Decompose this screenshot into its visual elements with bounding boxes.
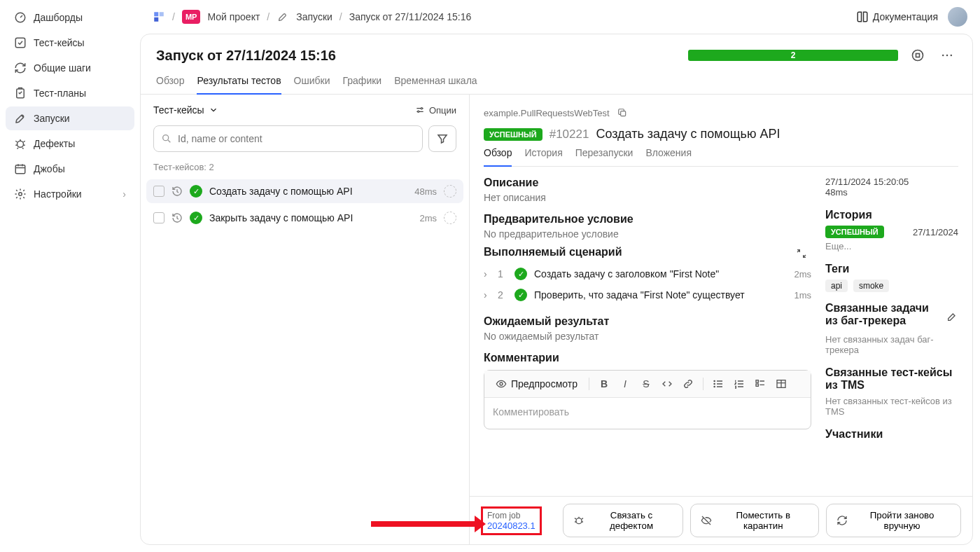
more-button[interactable] bbox=[937, 46, 957, 65]
tags-heading: Теги bbox=[825, 263, 958, 275]
step-number: 2 bbox=[498, 289, 507, 301]
step-duration: 1ms bbox=[794, 290, 811, 301]
checklist-button[interactable] bbox=[751, 375, 769, 393]
sidebar: Дашборды Тест-кейсы Общие шаги Тест-план… bbox=[0, 0, 140, 552]
stop-button[interactable] bbox=[908, 46, 927, 65]
step-name: Проверить, что задача "First Note" сущес… bbox=[534, 289, 787, 301]
comment-editor: Предпросмотр B I S bbox=[484, 370, 811, 429]
detail-tabs: Обзор История Перезапуски Вложения bbox=[484, 147, 958, 167]
detail-tab-history[interactable]: История bbox=[524, 147, 562, 166]
tag[interactable]: smoke bbox=[853, 280, 889, 292]
link-button[interactable] bbox=[679, 375, 697, 393]
svg-rect-1 bbox=[15, 38, 25, 48]
code-button[interactable] bbox=[658, 375, 676, 393]
link-defect-button[interactable]: Связать с дефектом bbox=[563, 504, 684, 537]
svg-rect-4 bbox=[15, 165, 25, 174]
bugs-empty: Нет связанных задач баг-трекера bbox=[825, 334, 958, 355]
comments-heading: Комментарии bbox=[484, 352, 811, 364]
history-heading: История bbox=[825, 209, 958, 221]
tab-overview[interactable]: Обзор bbox=[156, 75, 184, 94]
history-more-link[interactable]: Еще... bbox=[825, 241, 958, 251]
scenario-heading: Выполняемый сценарий bbox=[484, 246, 622, 258]
project-badge[interactable]: MP bbox=[182, 10, 201, 24]
sidebar-item-settings[interactable]: Настройки › bbox=[6, 182, 134, 206]
step-row[interactable]: › 1 ✓ Создать задачу с заголовком "First… bbox=[484, 263, 811, 284]
edit-button[interactable] bbox=[946, 307, 958, 326]
assignment-icon[interactable] bbox=[444, 212, 456, 224]
svg-rect-23 bbox=[756, 384, 758, 386]
sidebar-item-runs[interactable]: Запуски bbox=[6, 106, 134, 130]
sidebar-item-jobs[interactable]: Джобы bbox=[6, 157, 134, 181]
expected-heading: Ожидаемый результат bbox=[484, 315, 811, 328]
job-link[interactable]: 20240823.1 bbox=[487, 520, 536, 531]
filter-button[interactable] bbox=[428, 125, 456, 152]
testcase-name: Создать задачу с помощью API bbox=[209, 186, 407, 197]
comment-textarea[interactable]: Комментировать bbox=[484, 398, 811, 429]
tab-errors[interactable]: Ошибки bbox=[294, 75, 330, 94]
search-input-wrapper[interactable] bbox=[153, 125, 423, 152]
testcase-row[interactable]: ✓ Закрыть задачу с помощью API 2ms bbox=[146, 206, 463, 230]
chevron-right-icon: › bbox=[122, 188, 126, 200]
package-path: example.PullRequestsWebTest bbox=[484, 108, 610, 118]
app-logo-icon[interactable] bbox=[153, 11, 165, 23]
svg-point-3 bbox=[18, 141, 24, 147]
chevron-down-icon bbox=[209, 105, 218, 115]
bug-icon bbox=[14, 137, 27, 150]
status-badge: УСПЕШНЫЙ bbox=[484, 128, 542, 141]
precondition-heading: Предварительное условие bbox=[484, 213, 811, 226]
svg-point-11 bbox=[942, 55, 944, 57]
sidebar-item-testplans[interactable]: Тест-планы bbox=[6, 81, 134, 105]
tab-timeline[interactable]: Временная шкала bbox=[394, 75, 477, 94]
run-title: Запуск от 27/11/2024 15:16 bbox=[156, 48, 336, 64]
avatar[interactable] bbox=[948, 7, 967, 27]
tab-charts[interactable]: Графики bbox=[343, 75, 382, 94]
rerun-button[interactable]: Пройти заново вручную bbox=[826, 504, 961, 537]
sidebar-item-testcases[interactable]: Тест-кейсы bbox=[6, 31, 134, 55]
sidebar-item-shared-steps[interactable]: Общие шаги bbox=[6, 56, 134, 80]
ol-button[interactable] bbox=[730, 375, 748, 393]
step-row[interactable]: › 2 ✓ Проверить, что задача "First Note"… bbox=[484, 284, 811, 305]
checkbox[interactable] bbox=[153, 186, 164, 197]
description-body: Нет описания bbox=[484, 192, 811, 203]
meta-duration: 48ms bbox=[825, 187, 958, 198]
clipboard-icon bbox=[14, 87, 27, 99]
search-input[interactable] bbox=[178, 133, 415, 144]
table-button[interactable] bbox=[772, 375, 790, 393]
testcase-row[interactable]: ✓ Создать задачу с помощью API 48ms bbox=[146, 179, 463, 203]
docs-link[interactable]: Документация bbox=[856, 11, 938, 23]
svg-point-15 bbox=[417, 111, 419, 112]
sidebar-item-dashboards[interactable]: Дашборды bbox=[6, 6, 134, 29]
sidebar-item-label: Настройки bbox=[34, 188, 82, 200]
strike-button[interactable]: S bbox=[637, 375, 655, 393]
detail-tab-overview[interactable]: Обзор bbox=[484, 147, 512, 167]
sidebar-item-label: Джобы bbox=[34, 163, 65, 174]
detail-tab-retries[interactable]: Перезапуски bbox=[575, 147, 634, 166]
options-button[interactable]: Опции bbox=[415, 105, 456, 116]
svg-point-25 bbox=[576, 518, 582, 524]
checkbox[interactable] bbox=[153, 212, 164, 223]
tag[interactable]: api bbox=[825, 280, 848, 292]
detail-footer: From job 20240823.1 Связать с дефектом П… bbox=[470, 496, 972, 544]
sidebar-item-defects[interactable]: Дефекты bbox=[6, 132, 134, 156]
breadcrumb-section[interactable]: Запуски bbox=[296, 11, 332, 22]
quarantine-button[interactable]: Поместить в карантин bbox=[690, 504, 819, 537]
ul-button[interactable] bbox=[709, 375, 727, 393]
search-icon bbox=[161, 133, 172, 144]
expand-steps-button[interactable] bbox=[792, 244, 811, 263]
svg-point-9 bbox=[913, 50, 923, 61]
breadcrumb-project[interactable]: Мой проект bbox=[207, 11, 260, 22]
run-tabs: Обзор Результаты тестов Ошибки Графики В… bbox=[141, 65, 972, 95]
filter-icon bbox=[436, 132, 449, 145]
tab-results[interactable]: Результаты тестов bbox=[197, 75, 281, 95]
testcases-pane: Тест-кейсы Опции bbox=[141, 95, 470, 544]
copy-button[interactable] bbox=[615, 106, 629, 120]
progress-bar[interactable]: 2 bbox=[688, 50, 898, 61]
preview-toggle[interactable]: Предпросмотр bbox=[490, 375, 583, 392]
eye-icon bbox=[496, 378, 507, 389]
assignment-icon[interactable] bbox=[444, 185, 456, 198]
step-duration: 2ms bbox=[794, 269, 811, 280]
detail-tab-attachments[interactable]: Вложения bbox=[645, 147, 692, 166]
italic-button[interactable]: I bbox=[616, 375, 634, 393]
testcases-heading[interactable]: Тест-кейсы bbox=[153, 104, 218, 116]
bold-button[interactable]: B bbox=[595, 375, 613, 393]
